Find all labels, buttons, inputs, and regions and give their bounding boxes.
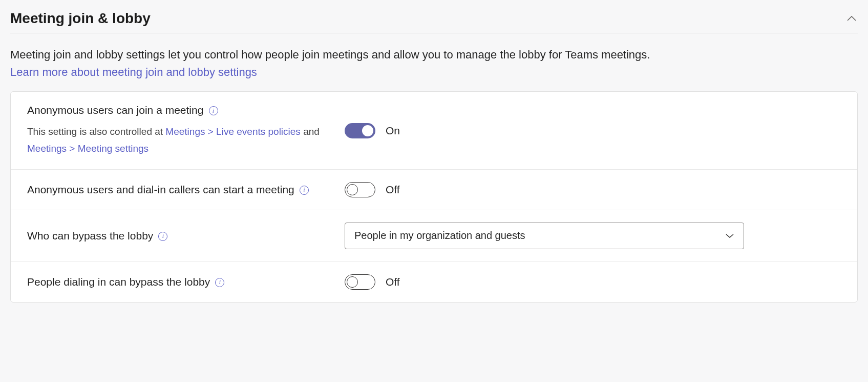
info-icon[interactable]: i bbox=[158, 232, 167, 241]
chevron-up-icon bbox=[846, 15, 857, 22]
info-icon[interactable]: i bbox=[215, 278, 224, 287]
section-description: Meeting join and lobby settings let you … bbox=[10, 46, 858, 64]
section-header: Meeting join & lobby bbox=[10, 10, 858, 33]
info-icon[interactable]: i bbox=[209, 106, 218, 115]
link-meeting-settings[interactable]: Meetings > Meeting settings bbox=[27, 143, 149, 154]
dropdown-value: People in my organization and guests bbox=[354, 230, 525, 242]
setting-control-col: On bbox=[345, 123, 400, 138]
setting-label-dialin-bypass: People dialing in can bypass the lobby bbox=[27, 276, 210, 288]
collapse-section-button[interactable] bbox=[845, 12, 858, 25]
sublabel-text-prefix: This setting is also controlled at bbox=[27, 126, 165, 137]
toggle-dialin-bypass[interactable] bbox=[345, 274, 375, 290]
toggle-state-label: Off bbox=[386, 184, 400, 196]
dropdown-bypass-lobby[interactable]: People in my organization and guests bbox=[345, 223, 744, 249]
setting-row-dialin-bypass: People dialing in can bypass the lobby i… bbox=[11, 262, 857, 302]
toggle-knob bbox=[347, 276, 358, 288]
toggle-anonymous-start[interactable] bbox=[345, 182, 375, 197]
setting-label-col: People dialing in can bypass the lobby i bbox=[27, 276, 345, 288]
setting-row-anonymous-join: Anonymous users can join a meeting i Thi… bbox=[11, 92, 857, 170]
setting-control-col: Off bbox=[345, 274, 400, 290]
setting-label-anonymous-join: Anonymous users can join a meeting bbox=[27, 104, 203, 116]
chevron-down-icon bbox=[725, 231, 734, 240]
setting-control-col: People in my organization and guests bbox=[345, 223, 744, 249]
toggle-state-label: Off bbox=[386, 276, 400, 288]
toggle-knob bbox=[362, 125, 373, 136]
learn-more-link[interactable]: Learn more about meeting join and lobby … bbox=[10, 66, 257, 79]
section-title: Meeting join & lobby bbox=[10, 10, 151, 27]
toggle-anonymous-join[interactable] bbox=[345, 123, 375, 138]
setting-row-bypass-lobby: Who can bypass the lobby i People in my … bbox=[11, 210, 857, 262]
setting-sublabel-anonymous-join: This setting is also controlled at Meeti… bbox=[27, 124, 334, 157]
setting-label-col: Anonymous users and dial-in callers can … bbox=[27, 184, 345, 196]
settings-card: Anonymous users can join a meeting i Thi… bbox=[10, 91, 858, 303]
toggle-state-label: On bbox=[386, 125, 400, 137]
setting-label-anonymous-start: Anonymous users and dial-in callers can … bbox=[27, 184, 294, 195]
setting-label-col: Who can bypass the lobby i bbox=[27, 230, 345, 242]
setting-label-col: Anonymous users can join a meeting i Thi… bbox=[27, 104, 345, 157]
setting-control-col: Off bbox=[345, 182, 400, 197]
setting-label-bypass-lobby: Who can bypass the lobby bbox=[27, 230, 153, 242]
link-live-events-policies[interactable]: Meetings > Live events policies bbox=[165, 126, 301, 137]
setting-row-anonymous-start: Anonymous users and dial-in callers can … bbox=[11, 170, 857, 210]
toggle-knob bbox=[347, 184, 358, 195]
sublabel-text-and: and bbox=[301, 126, 320, 137]
info-icon[interactable]: i bbox=[300, 186, 309, 195]
